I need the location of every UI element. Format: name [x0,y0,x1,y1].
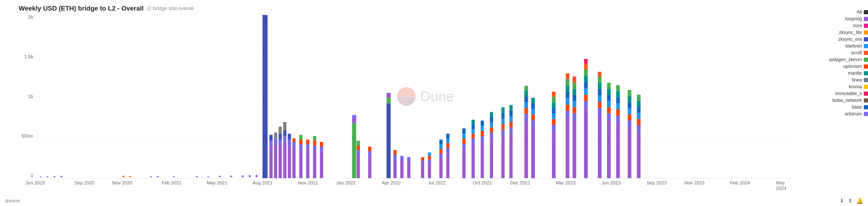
bar-aug2024-b [628,120,631,127]
bar-2021g [230,176,232,177]
legend-label-boba_network: boba_network [832,98,862,103]
bar-mar2022-d [299,135,303,139]
bar-jun2020 [40,176,42,177]
legend-color-immutable_x [864,92,868,96]
bar-jun2024-d [607,101,611,107]
bar-dec2023-mantle [531,98,535,103]
bar-mar2024-d [572,101,577,107]
x-label-Jun-2023: Jun 2023 [601,180,621,185]
attribution: @ahkek [5,199,20,203]
y-label-1-5b: 1.5b [24,54,33,60]
bar-jul2024-mantle [616,91,620,97]
bar-may2022-a [313,150,316,178]
bar-may2024-mantle [598,83,601,89]
legend-item-boba_network: boba_network [802,98,868,103]
legend-label-scroll: scroll [851,50,862,56]
legend-item-linea: linea [802,77,868,82]
bar-oct2023-c [509,122,513,127]
bar-jul2023-d [480,126,484,131]
bar-jul2023-c [480,131,484,136]
x-label-Nov-2023: Nov 2023 [685,180,705,185]
legend-color-zksync_era [864,37,868,41]
bar-sep2023-e [501,113,505,118]
x-label-Mar-2023: Mar 2023 [556,180,576,185]
chart-footer: @ahkek ⬇ ⬆ 🔔 [5,198,863,204]
bar-dec2022-b [400,156,404,161]
bar-aug2023-e [490,117,493,122]
bar-jan2022-b [283,136,286,142]
chart-title-main: Weekly USD (ETH) bridge to L2 - Overall [19,5,144,12]
bar-feb2024-b [566,111,569,117]
bar-jun2024-e [607,95,611,101]
bar-may2024-g [598,72,601,76]
bar-mar2022-b [299,144,303,149]
legend-label-zksync_lite: zksync_lite [839,30,862,35]
legend-color-loopring [864,17,868,21]
x-label-May-2024: May 2024 [776,180,787,191]
legend-color-kroma [864,85,868,89]
bar-apr2023-a [446,152,450,178]
bar-mar2023-a [439,158,443,178]
bar-aug2024-e [628,102,631,108]
bar-may2024-e [598,89,601,96]
legend-color-base [864,105,868,109]
bar-may2024-b [598,108,601,115]
bar-feb2022-a [292,148,296,178]
bar-jan2022-f [288,139,291,145]
x-label-Sep-2020: Sep 2020 [74,180,95,185]
legend: All loopring zora zksync_lite zksync_era… [802,9,868,116]
bar-sep2023-b [501,130,505,136]
alert-icon[interactable]: 🔔 [856,198,863,204]
bar-jan2022-d [283,122,286,130]
share-icon[interactable]: ⬆ [848,198,852,204]
x-label-Dec-2022: Dec 2022 [510,180,530,185]
legend-color-optimism [864,64,868,69]
bar-sep2022-a [368,156,371,178]
x-label-Jul-2022: Jul 2022 [428,180,446,185]
x-label-May-2021: May 2021 [207,180,227,185]
bar-apr2024-h [584,59,588,64]
bar-aug2022-b [357,150,360,155]
bar-2021j [255,175,257,177]
bar-dec2021-e [278,127,282,134]
bar-aug2024-f [628,90,631,96]
bar-jan2024-d [552,113,556,119]
bar-mar2024-b [572,113,577,119]
bar-aug2023-mantle [490,112,493,117]
bar-nov2023-d [524,102,528,108]
bar-mar2023-c [439,149,443,153]
bar-dec2022-c [407,162,410,178]
bar-feb2024-e [566,92,569,98]
bar-2020d [129,176,131,177]
bar-apr2022-c [306,139,309,144]
legend-color-zora [864,24,868,28]
bar-dec2021-b [278,145,282,178]
bar-apr2022-a [306,149,309,178]
chart-area: Dune [19,14,793,190]
bar-dec2022-d [407,157,410,162]
bar-apr2024-b [584,101,588,108]
bar-jun2024-f [607,83,611,89]
bar-nov2023-mantle [524,91,528,97]
legend-label-All: All [857,9,862,15]
y-label-0: 0 [31,173,33,178]
bar-jun2022-a [320,151,323,178]
bar-dec2021-c [278,139,282,145]
legend-label-base: base [852,104,862,110]
bar-may2024-a [598,115,601,178]
legend-color-linea [864,78,868,82]
bar-last-c [637,119,641,125]
x-label-Nov-2020: Nov 2020 [112,180,132,185]
download-icon[interactable]: ⬇ [839,198,844,204]
bar-mar2023-b [439,153,443,158]
bar-jul2024-c [616,109,620,115]
bar-mar2024-c [572,107,577,113]
bar-apr2023-c [446,143,450,148]
bar-feb2023-a [428,163,431,178]
bar-jun2023-e [471,124,475,129]
bar-jun2022-c [320,142,323,146]
x-axis: Jun 2020Sep 2020Nov 2020Feb 2021May 2021… [35,178,793,190]
bar-apr2024-c [584,95,588,101]
bar-jul2024-d [616,103,620,109]
bar-aug2024-mantle [628,96,631,102]
